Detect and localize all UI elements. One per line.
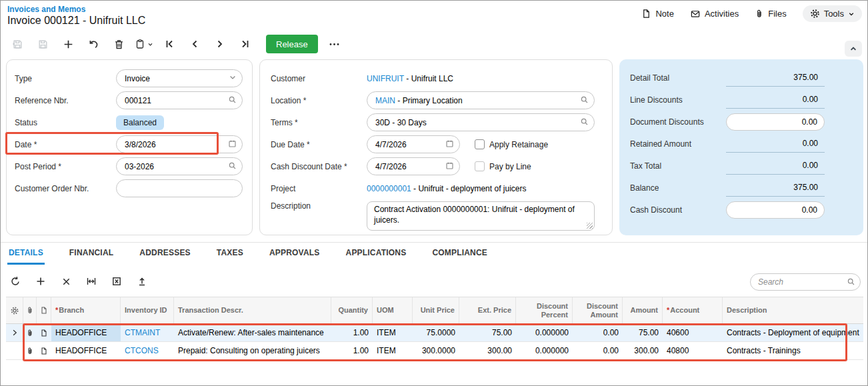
account-column-header[interactable]: *Account: [663, 297, 723, 323]
last-record-button[interactable]: [233, 34, 258, 54]
apply-retainage-checkbox[interactable]: Apply Retainage: [475, 139, 548, 149]
calendar-icon[interactable]: [445, 161, 454, 170]
save-button[interactable]: [30, 34, 55, 54]
fit-to-screen-button[interactable]: [83, 273, 99, 290]
ext-price-cell[interactable]: 300.00: [459, 342, 516, 359]
pay-by-line-checkbox[interactable]: Pay by Line: [475, 161, 531, 171]
discount-percent-cell[interactable]: 0.000000: [516, 324, 573, 341]
tab-applications[interactable]: APPLICATIONS: [345, 243, 408, 265]
type-select[interactable]: Invoice: [116, 69, 243, 87]
add-row-button[interactable]: [33, 273, 49, 290]
row-attachments-cell[interactable]: [23, 324, 37, 341]
files-button[interactable]: Files: [755, 9, 786, 19]
calendar-icon[interactable]: [445, 139, 454, 148]
cash-discount-input[interactable]: [726, 201, 825, 219]
row-attachments-cell[interactable]: [23, 342, 37, 359]
column-settings-header[interactable]: [6, 297, 23, 323]
lookup-icon[interactable]: [580, 117, 589, 126]
lookup-icon[interactable]: [228, 161, 237, 170]
customer-link[interactable]: UNIFRUIT: [367, 74, 404, 83]
note-button[interactable]: Note: [641, 9, 673, 19]
description-cell[interactable]: Contracts - Deployment of equipment: [723, 324, 863, 341]
breadcrumb[interactable]: Invoices and Memos: [7, 5, 85, 14]
terms-input[interactable]: [367, 113, 595, 131]
grid-row-1[interactable]: HEADOFFICE CTMAINT Activate/Renew: After…: [6, 324, 863, 342]
cancel-button[interactable]: [81, 34, 106, 54]
uom-column-header[interactable]: UOM: [373, 297, 413, 323]
amount-cell[interactable]: 75.00: [623, 324, 663, 341]
delete-row-button[interactable]: [58, 273, 74, 290]
uom-cell[interactable]: ITEM: [373, 324, 413, 341]
reference-nbr-input[interactable]: [116, 91, 243, 109]
discount-percent-column-header[interactable]: Discount Percent: [516, 297, 573, 323]
document-discounts-input[interactable]: [726, 113, 825, 131]
delete-button[interactable]: [106, 34, 131, 54]
tab-details[interactable]: DETAILS: [7, 243, 45, 265]
unit-price-cell[interactable]: 75.0000: [413, 324, 459, 341]
description-cell[interactable]: Contracts - Trainings: [723, 342, 863, 359]
branch-cell[interactable]: HEADOFFICE: [51, 342, 121, 359]
inventory-id-cell[interactable]: CTCONS: [121, 342, 174, 359]
tools-button[interactable]: Tools: [803, 5, 862, 22]
first-record-button[interactable]: [157, 34, 182, 54]
inventory-id-column-header[interactable]: Inventory ID: [121, 297, 174, 323]
transaction-descr-cell[interactable]: Prepaid: Consulting on operating juicers: [174, 342, 331, 359]
add-record-button[interactable]: [55, 34, 81, 54]
next-record-button[interactable]: [207, 34, 233, 54]
quantity-column-header[interactable]: Quantity: [331, 297, 373, 323]
lookup-icon[interactable]: [580, 95, 589, 104]
branch-cell[interactable]: HEADOFFICE: [51, 324, 121, 341]
chevron-down-icon[interactable]: [229, 73, 237, 81]
amount-cell[interactable]: 300.00: [623, 342, 663, 359]
quantity-cell[interactable]: 1.00: [331, 342, 373, 359]
branch-column-header[interactable]: *Branch: [51, 297, 121, 323]
grid-search-input[interactable]: [750, 273, 861, 291]
refresh-button[interactable]: [7, 273, 23, 290]
amount-column-header[interactable]: Amount: [623, 297, 663, 323]
account-cell[interactable]: 40800: [663, 342, 723, 359]
notes-column-header[interactable]: [37, 297, 51, 323]
discount-amount-column-header[interactable]: Discount Amount: [573, 297, 623, 323]
upload-button[interactable]: [134, 273, 150, 290]
lookup-icon[interactable]: [228, 95, 237, 104]
unit-price-cell[interactable]: 300.0000: [413, 342, 459, 359]
tab-financial[interactable]: FINANCIAL: [68, 243, 115, 265]
uom-cell[interactable]: ITEM: [373, 342, 413, 359]
clipboard-menu-button[interactable]: [131, 34, 157, 54]
unit-price-column-header[interactable]: Unit Price: [413, 297, 459, 323]
quantity-cell[interactable]: 1.00: [331, 324, 373, 341]
tab-addresses[interactable]: ADDRESSES: [138, 243, 191, 265]
attachments-column-header[interactable]: [23, 297, 37, 323]
save-close-button[interactable]: [5, 34, 30, 54]
export-excel-button[interactable]: [109, 273, 125, 290]
tab-compliance[interactable]: COMPLIANCE: [431, 243, 489, 265]
transaction-descr-cell[interactable]: Activate/Renew: After-sales maintenance: [174, 324, 331, 341]
tab-approvals[interactable]: APPROVALS: [268, 243, 321, 265]
ext-price-cell[interactable]: 75.00: [459, 324, 516, 341]
previous-record-button[interactable]: [182, 34, 207, 54]
discount-percent-cell[interactable]: 0.000000: [516, 342, 573, 359]
customer-order-nbr-input[interactable]: [116, 179, 243, 197]
more-actions-button[interactable]: [322, 34, 347, 54]
description-column-header[interactable]: Description: [723, 297, 863, 323]
collapse-summary-button[interactable]: [845, 41, 862, 57]
project-link[interactable]: 0000000001: [367, 184, 411, 193]
release-button[interactable]: Release: [266, 35, 318, 53]
discount-amount-cell[interactable]: 0.00: [573, 342, 623, 359]
description-textarea[interactable]: Contract Activation 0000000001: Unifruit…: [367, 201, 595, 231]
calendar-icon[interactable]: [228, 139, 237, 148]
date-input[interactable]: [116, 135, 243, 153]
row-note-cell[interactable]: [37, 324, 51, 341]
location-link[interactable]: MAIN: [375, 96, 395, 105]
location-value[interactable]: MAIN - Primary Location: [367, 91, 595, 109]
inventory-id-cell[interactable]: CTMAINT: [121, 324, 174, 341]
account-cell[interactable]: 40600: [663, 324, 723, 341]
tab-taxes[interactable]: TAXES: [215, 243, 245, 265]
ext-price-column-header[interactable]: Ext. Price: [459, 297, 516, 323]
activities-button[interactable]: Activities: [690, 9, 739, 19]
row-note-cell[interactable]: [37, 342, 51, 359]
grid-row-2[interactable]: HEADOFFICE CTCONS Prepaid: Consulting on…: [6, 342, 863, 360]
resize-grip-icon[interactable]: [587, 223, 593, 229]
discount-amount-cell[interactable]: 0.00: [573, 324, 623, 341]
transaction-descr-column-header[interactable]: Transaction Descr.: [174, 297, 331, 323]
